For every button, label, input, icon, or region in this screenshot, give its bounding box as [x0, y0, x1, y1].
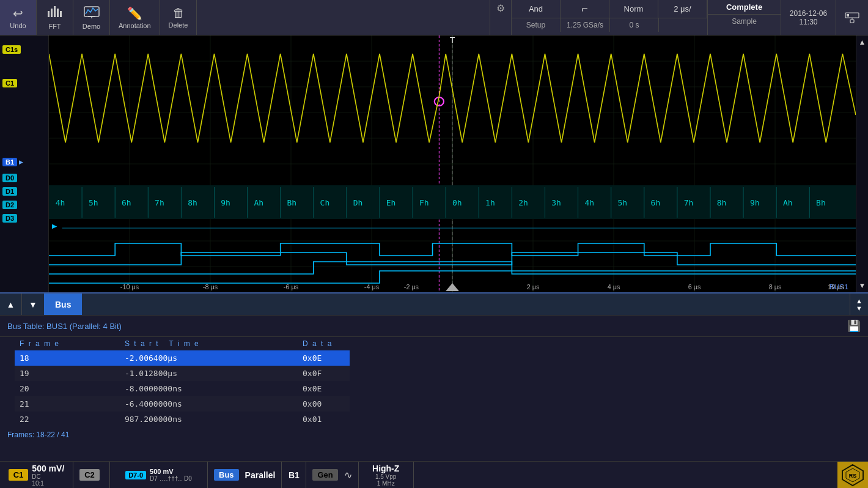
svg-text:8h: 8h [188, 198, 197, 207]
svg-rect-8 [850, 20, 854, 23]
cell-time: -1.012800μs [120, 366, 298, 381]
gen-badge: Gen [312, 469, 337, 481]
table-row[interactable]: 18 -2.006400μs 0x0E [15, 350, 350, 366]
fft-icon [46, 5, 64, 21]
svg-text:6 μs: 6 μs [688, 284, 701, 290]
bus-badge: Bus [214, 469, 239, 481]
demo-icon [83, 5, 100, 21]
c2-badge: C2 [79, 469, 100, 481]
d-cell[interactable]: D7-0 500 mV D7 ‥‥†††‥ D0 [110, 462, 208, 488]
bus-cell[interactable]: Bus Parallel [208, 462, 282, 488]
ch-d2-label: D2 [0, 199, 48, 210]
svg-text:8 μs: 8 μs [769, 284, 782, 290]
c2-cell[interactable]: C2 [73, 462, 110, 488]
gen-settings-cell[interactable]: High-Z 1.5 Vpp 1 MHz [359, 462, 414, 488]
datetime-block: 2016-12-06 11:30 [781, 0, 836, 35]
cell-data: 0x0E [298, 381, 350, 396]
trigger-offset: 0 s [610, 18, 659, 32]
demo-button[interactable]: Demo [73, 0, 110, 35]
nav-down-button[interactable]: ▼ [22, 294, 44, 315]
svg-text:2h: 2h [518, 198, 528, 207]
waveform-svg: T 4h 5h 6h 7h 8h 9h Ah Bh Ch Dh Eh Fh 0h… [49, 35, 856, 292]
trigger-samplerate: 1.25 GSa/s [561, 18, 610, 32]
c1-cell[interactable]: C1 500 mV/ DC10:1 [0, 462, 73, 488]
cell-time: 987.200000ns [120, 412, 298, 427]
gen-freq: 1 MHz [377, 480, 395, 487]
delete-button[interactable]: 🗑 Delete [160, 0, 197, 35]
cell-data: 0x00 [298, 396, 350, 412]
bus-table-body: 18 -2.006400μs 0x0E 19 -1.012800μs 0x0F … [15, 350, 350, 427]
annotation-button[interactable]: ✏️ Annotation [110, 0, 160, 35]
delete-icon: 🗑 [172, 6, 185, 20]
logo-button[interactable]: RS [837, 462, 868, 488]
status-sample: Sample [708, 15, 781, 28]
svg-text:▶: ▶ [52, 223, 57, 229]
cell-frame: 20 [15, 381, 120, 396]
save-icon[interactable]: 💾 [847, 319, 861, 333]
settings-button[interactable]: ⚙ [490, 0, 511, 35]
bus-table-scroll[interactable]: F r a m e S t a r t T i m e D a t a 18 -… [7, 337, 350, 427]
table-row[interactable]: 19 -1.012800μs 0x0F [15, 366, 350, 381]
c1-badge: C1 [9, 469, 29, 481]
cell-data: 0x0F [298, 366, 350, 381]
nav-bus-label[interactable]: Bus [44, 294, 82, 315]
cell-frame: 21 [15, 396, 120, 412]
svg-text:6h: 6h [651, 198, 661, 207]
svg-text:10 μs: 10 μs [828, 284, 844, 290]
svg-text:7h: 7h [684, 198, 694, 207]
svg-text:-4 μs: -4 μs [364, 284, 379, 290]
nav-right-controls[interactable]: ▲ ▼ [850, 294, 868, 315]
undo-button[interactable]: ↩ Undo [0, 0, 37, 35]
trigger-and[interactable]: And [512, 0, 561, 18]
annotation-label: Annotation [119, 22, 151, 29]
trigger-setup[interactable]: Setup [512, 18, 561, 32]
fft-label: FFT [48, 23, 61, 30]
svg-text:Eh: Eh [386, 198, 396, 207]
gen-highz: High-Z [372, 464, 399, 473]
trigger-mode[interactable]: Norm [609, 0, 658, 18]
trigger-block: And ⌐ Norm 2 μs/ Setup 1.25 GSa/s 0 s [511, 0, 707, 35]
table-row[interactable]: 22 987.200000ns 0x01 [15, 412, 350, 427]
undo-label: Undo [10, 22, 26, 29]
trigger-edge[interactable]: ⌐ [561, 0, 609, 18]
d-value: 500 mV [150, 468, 174, 475]
gen-vpp: 1.5 Vpp [375, 473, 396, 480]
svg-text:-2 μs: -2 μs [404, 284, 419, 290]
fft-button[interactable]: FFT [37, 0, 73, 35]
scope-right-controls: ▲ ▼ [856, 35, 868, 292]
edge-icon: ⌐ [581, 2, 588, 15]
svg-text:6h: 6h [122, 198, 131, 207]
svg-rect-0 [48, 11, 50, 17]
table-row[interactable]: 21 -6.4000000ns 0x00 [15, 396, 350, 412]
col-data: D a t a [298, 337, 350, 350]
cell-time: -2.006400μs [120, 350, 298, 366]
status-block: Complete Sample [707, 0, 781, 35]
svg-text:Ch: Ch [320, 198, 330, 207]
demo-label: Demo [83, 23, 100, 30]
svg-marker-90 [446, 283, 459, 291]
svg-text:-8 μs: -8 μs [203, 284, 218, 290]
scope-scroll-down[interactable]: ▼ [856, 279, 868, 292]
gen-cell[interactable]: Gen ∿ [306, 462, 358, 488]
gear-icon: ⚙ [496, 2, 505, 14]
svg-text:1h: 1h [485, 198, 495, 207]
c1-value: 500 mV/ [32, 464, 64, 473]
bus-table-area: Bus Table: BUS1 (Parallel: 4 Bit) 💾 F r … [0, 316, 868, 443]
table-row[interactable]: 20 -8.0000000ns 0x0E [15, 381, 350, 396]
network-button[interactable] [836, 0, 868, 35]
time-display: 11:30 [799, 18, 817, 26]
trigger-timebase[interactable]: 2 μs/ [658, 0, 707, 18]
svg-text:-10 μs: -10 μs [120, 284, 139, 290]
svg-text:4 μs: 4 μs [608, 284, 620, 290]
b1-cell[interactable]: B1 [282, 462, 306, 488]
channel-labels: C1s C1 B1▶ D0 D1 D2 D3 [0, 35, 49, 292]
cell-data: 0x0E [298, 350, 350, 366]
svg-text:7h: 7h [155, 198, 164, 207]
scope-scroll-up[interactable]: ▲ [856, 35, 868, 49]
nav-up-button[interactable]: ▲ [0, 294, 22, 315]
frames-info: Frames: 18-22 / 41 [0, 427, 868, 443]
scope-canvas[interactable]: T 4h 5h 6h 7h 8h 9h Ah Bh Ch Dh Eh Fh 0h… [49, 35, 856, 292]
nav-bar: ▲ ▼ Bus ▲ ▼ [0, 292, 868, 316]
ch-d1-label: D1 [0, 186, 48, 197]
network-icon [844, 11, 861, 24]
